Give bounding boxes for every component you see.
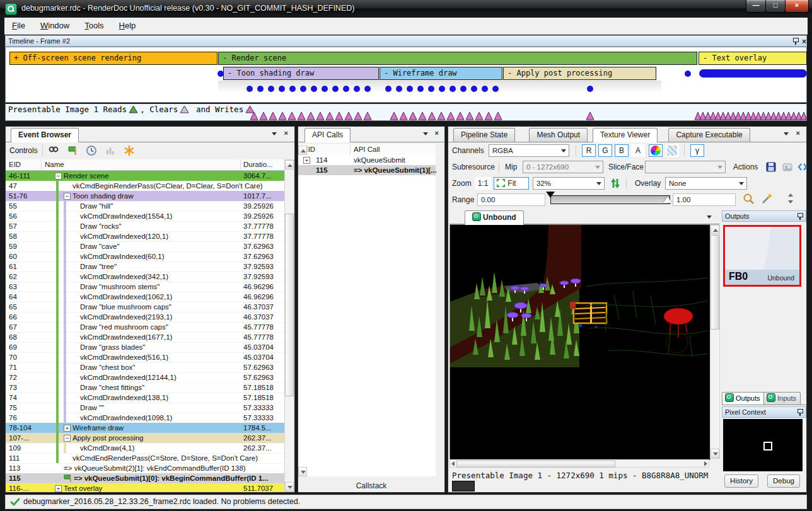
gamma-button[interactable]: γ <box>690 144 704 157</box>
event-row[interactable]: 64vkCmdDrawIndexed(1062,1)46.96296 <box>6 292 284 302</box>
event-row[interactable]: 62vkCmdDrawIndexed(342,1)37.92593 <box>6 272 284 282</box>
menu-item-file[interactable]: File <box>4 18 33 30</box>
event-row[interactable]: 60vkCmdDrawIndexed(60,1)37.62963 <box>6 251 284 262</box>
event-row[interactable]: 74vkCmdDrawIndexed(138,1)57.18518 <box>6 393 284 403</box>
event-row[interactable]: 109vkCmdDraw(4,1)262.37... <box>6 443 284 454</box>
export-image-icon[interactable] <box>781 161 794 176</box>
tab-mesh-output[interactable]: Mesh Output <box>529 128 588 142</box>
fit-button[interactable]: Fit <box>494 177 529 190</box>
save-icon[interactable] <box>765 161 777 176</box>
api-call-row[interactable]: +114vkQueueSubmit <box>298 155 436 165</box>
zoom-range-icon[interactable] <box>742 192 756 209</box>
timeline-marker[interactable]: - Wireframe draw <box>380 67 502 80</box>
range-white-point-handle[interactable] <box>663 197 672 203</box>
draw-dot[interactable] <box>300 86 306 92</box>
draw-dot[interactable] <box>322 86 328 92</box>
texture-vscroll[interactable] <box>710 224 720 459</box>
menu-item-help[interactable]: Help <box>112 18 144 30</box>
channels-combo[interactable]: RGBA <box>489 144 569 157</box>
collapse-icon[interactable]: − <box>64 193 71 200</box>
event-row[interactable]: 107-...−Apply post processing262.37... <box>6 433 284 444</box>
pin-icon[interactable] <box>797 408 803 416</box>
history-button[interactable]: History <box>724 474 758 488</box>
event-row[interactable]: 58vkCmdDrawIndexed(120,1)37.77778 <box>6 231 284 242</box>
tab-api-calls[interactable]: API Calls <box>304 128 351 142</box>
pixel-context-canvas[interactable] <box>723 419 803 471</box>
event-row[interactable]: 78-104+Wireframe draw1784.5... <box>6 423 284 433</box>
timeline-marker[interactable]: + Off-screen scene rendering <box>9 52 218 65</box>
draw-dot[interactable] <box>354 86 360 92</box>
draw-dot[interactable] <box>460 86 467 92</box>
draw-dot[interactable] <box>279 86 285 92</box>
timeline-marker[interactable]: - Render scene <box>218 52 697 65</box>
event-row[interactable]: 113=> vkQueueSubmit(2)[1]: vkEndCommandB… <box>6 463 284 474</box>
scroll-down-icon[interactable] <box>298 467 307 476</box>
timeline-marker[interactable]: - Text overlay <box>699 52 807 65</box>
event-row[interactable]: 63Draw "mushroom stems"46.96296 <box>6 282 284 292</box>
event-row[interactable]: 68vkCmdDrawIndexed(1677,1)45.77778 <box>6 332 284 343</box>
draw-dot[interactable] <box>492 86 499 92</box>
range-min-field[interactable]: 0.00 <box>477 193 545 206</box>
draw-dot[interactable] <box>311 86 317 92</box>
collapse-icon[interactable]: − <box>64 435 71 442</box>
draw-dot[interactable] <box>428 86 434 92</box>
tab-capture-executable[interactable]: Capture Executable <box>668 128 750 142</box>
overlay-combo[interactable]: None <box>665 177 747 190</box>
collapse-icon[interactable]: − <box>55 173 62 180</box>
chevron-down-icon[interactable] <box>423 132 428 135</box>
close-button[interactable]: × <box>785 0 809 13</box>
draw-dot[interactable] <box>385 86 392 92</box>
expand-icon[interactable]: + <box>303 157 310 164</box>
pin-icon[interactable] <box>797 212 803 220</box>
event-row[interactable]: 73Draw "chest fittings"57.18518 <box>6 382 284 393</box>
draw-dot[interactable] <box>482 86 488 92</box>
zoom-1to1-button[interactable]: 1:1 <box>475 177 491 190</box>
time-icon[interactable] <box>85 144 98 157</box>
draw-dot[interactable] <box>587 86 593 92</box>
mip-combo[interactable]: 0 - 1272x690 <box>523 161 603 173</box>
channel-g-button[interactable]: G <box>598 144 612 157</box>
tab-outputs[interactable]: Outputs <box>722 392 765 405</box>
menu-item-window[interactable]: Window <box>33 18 77 30</box>
draw-dot[interactable] <box>450 86 456 92</box>
event-row[interactable]: 70vkCmdDrawIndexed(516,1)45.03704 <box>6 352 284 363</box>
tab-event-browser[interactable]: Event Browser <box>11 128 79 142</box>
tab-pipeline-state[interactable]: Pipeline State <box>453 128 515 142</box>
draw-dot[interactable] <box>218 71 224 77</box>
chevron-down-icon[interactable] <box>272 132 277 135</box>
event-row[interactable]: 116-...+Text overlay511.7037 <box>6 483 284 492</box>
zoom-combo[interactable]: 32% <box>533 177 605 190</box>
draw-dot[interactable] <box>407 86 413 92</box>
tab-texture-viewer[interactable]: Texture Viewer <box>593 128 658 142</box>
draw-dot[interactable] <box>685 71 691 77</box>
chevron-down-icon[interactable] <box>707 215 712 219</box>
draw-dot[interactable] <box>439 86 445 92</box>
event-row[interactable]: 66vkCmdDrawIndexed(2193,1)46.37037 <box>6 312 284 323</box>
close-panel-icon[interactable]: × <box>802 38 806 45</box>
menu-item-tools[interactable]: Tools <box>77 18 111 30</box>
event-row[interactable]: 75Draw ""57.33333 <box>6 403 284 413</box>
api-call-row[interactable]: 115=> vkQueueSubmit(1)[... <box>298 165 436 175</box>
draw-dot[interactable] <box>246 86 253 92</box>
close-panel-icon[interactable]: × <box>796 129 800 137</box>
draw-dot[interactable] <box>471 86 477 92</box>
timeline-marker[interactable]: - Apply post processing <box>503 67 656 80</box>
channel-a-button[interactable]: A <box>631 144 645 157</box>
flip-y-icon[interactable] <box>610 177 621 192</box>
range-slider[interactable] <box>550 195 670 204</box>
debug-button[interactable]: Debug <box>767 474 800 488</box>
event-browser-scrollbar[interactable] <box>284 159 294 492</box>
event-row[interactable]: 51-76−Toon shading draw1017.7... <box>6 191 284 202</box>
event-row[interactable]: 56vkCmdDrawIndexed(1554,1)39.25926 <box>6 211 284 222</box>
event-row[interactable]: 65Draw "blue mushroom caps"46.37037 <box>6 302 284 313</box>
event-row[interactable]: 76vkCmdDrawIndexed(1098,1)57.33333 <box>6 413 284 423</box>
bookmark-flag-icon[interactable] <box>66 144 79 157</box>
expand-icon[interactable]: + <box>64 425 71 432</box>
expand-icon[interactable]: + <box>55 485 62 492</box>
open-resource-icon[interactable] <box>796 161 809 176</box>
texture-canvas[interactable] <box>450 224 710 460</box>
draw-dot[interactable] <box>257 86 264 92</box>
scroll-up-icon[interactable] <box>298 146 307 155</box>
draw-bar[interactable] <box>699 69 807 78</box>
event-row[interactable]: 55Draw "hill"39.25926 <box>6 201 284 212</box>
